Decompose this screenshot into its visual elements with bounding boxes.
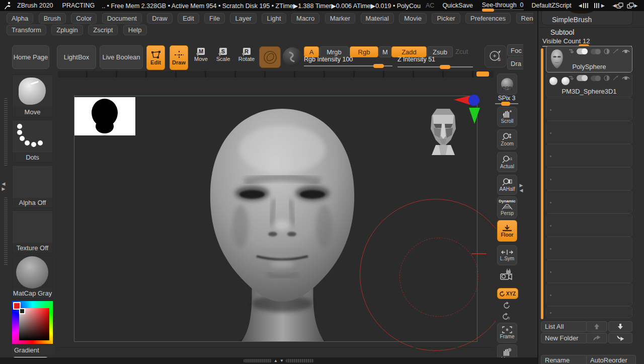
menu-draw[interactable]: Draw — [147, 13, 172, 24]
subtool-empty-slot[interactable] — [546, 213, 632, 237]
rotate-y-button[interactable] — [497, 301, 516, 310]
menu-picker[interactable]: Picker — [432, 13, 460, 24]
lightbox-button[interactable]: LightBox — [57, 45, 96, 69]
spix-thumb[interactable] — [501, 102, 510, 106]
sv-cursor[interactable] — [19, 308, 25, 314]
visibility-eye-icon[interactable] — [622, 76, 630, 81]
new-folder-button[interactable]: New Folder — [541, 333, 588, 343]
menu-layer[interactable]: Layer — [230, 13, 257, 24]
current-alpha-button[interactable]: Alpha Off — [12, 165, 53, 208]
m-button[interactable]: M — [379, 46, 391, 57]
menu-alpha[interactable]: Alpha — [7, 13, 33, 24]
edit-mode-button[interactable]: Edit — [146, 45, 165, 70]
subtool-scrollbar[interactable] — [541, 48, 543, 319]
menu-render[interactable]: Render — [516, 13, 533, 24]
store-camera-button[interactable] — [497, 266, 516, 285]
current-texture-button[interactable]: Texture Off — [12, 210, 53, 253]
rotate-mode-button[interactable]: R Rotate — [237, 48, 256, 62]
rgb-button[interactable]: Rgb — [350, 46, 378, 57]
see-through-slider[interactable]: See-through 0 — [482, 2, 524, 10]
draw-mode-button[interactable]: Draw — [170, 45, 188, 70]
stroke-preview-button[interactable] — [283, 47, 302, 66]
subtool-empty-slot[interactable] — [546, 167, 632, 190]
list-all-button[interactable]: List All — [541, 321, 588, 332]
local-symmetry-button[interactable]: L.Sym — [497, 245, 517, 265]
duplicate-up-button[interactable] — [586, 333, 607, 343]
axis-orientation-gizmo[interactable] — [453, 94, 485, 125]
left-tray-collapse-handle[interactable]: ◀▶ — [0, 177, 7, 195]
contrast-icon[interactable] — [604, 48, 610, 54]
menu-document[interactable]: Document — [102, 13, 142, 24]
visibility-eye-icon[interactable] — [622, 49, 630, 54]
menu-zscript[interactable]: Zscript — [88, 25, 118, 35]
bpr-render-button[interactable]: BPR — [497, 74, 517, 95]
live-boolean-button[interactable]: Live Boolean — [100, 45, 143, 69]
aahalf-button[interactable]: AAHalf — [497, 175, 517, 195]
menu-marker[interactable]: Marker — [325, 13, 355, 24]
subtool-panel-header[interactable]: Subtool — [550, 28, 574, 36]
rgb-intensity-slider[interactable] — [304, 65, 392, 66]
z-intensity-thumb[interactable] — [440, 65, 450, 69]
color-picker[interactable] — [12, 301, 53, 344]
focal-shift-slider[interactable]: Foc — [507, 44, 523, 56]
menu-zplugin[interactable]: Zplugin — [51, 25, 83, 35]
frame-button[interactable]: Frame — [497, 323, 517, 343]
uv-icon[interactable] — [591, 49, 601, 54]
menu-movie[interactable]: Movie — [399, 13, 427, 24]
rgb-intensity-thumb[interactable] — [373, 64, 384, 68]
uv-icon[interactable] — [591, 76, 601, 81]
zscript-button[interactable]: DefaultZScript — [532, 2, 572, 9]
next-ui-icon[interactable]: ▶ — [593, 3, 605, 8]
current-stroke-button[interactable]: Dots — [12, 120, 53, 163]
quicksave-button[interactable]: QuickSave — [442, 2, 472, 9]
menu-edit[interactable]: Edit — [178, 13, 199, 24]
menu-macro[interactable]: Macro — [291, 13, 319, 24]
scale-mode-button[interactable]: S Scale — [215, 48, 231, 62]
menu-preferences[interactable]: Preferences — [465, 13, 511, 24]
contrast-icon[interactable] — [604, 75, 610, 81]
z-intensity-slider[interactable] — [397, 66, 473, 67]
polypaint-icon[interactable] — [577, 48, 588, 54]
zoom-button[interactable]: Zoom — [497, 129, 517, 150]
subtool-empty-slot[interactable] — [546, 306, 632, 318]
drop-arrow-icon[interactable] — [569, 49, 574, 53]
draw-size-slider[interactable]: Dra — [507, 57, 523, 69]
subtool-row-sphere3d[interactable]: PM3D_Sphere3D1 — [546, 72, 632, 97]
actual-size-button[interactable]: x1 Actual — [497, 152, 517, 172]
home-page-button[interactable]: Home Page — [12, 45, 49, 69]
brush-edit-icon[interactable] — [613, 76, 619, 81]
current-brush-button[interactable]: Move — [12, 75, 53, 117]
subtool-empty-slot[interactable] — [546, 237, 632, 260]
polypaint-icon[interactable] — [577, 75, 588, 81]
canvas-zoom-handle[interactable] — [476, 71, 489, 77]
right-tray-collapse-handle[interactable]: ▶◀ — [518, 179, 524, 196]
sculptris-pro-button[interactable]: S — [485, 45, 507, 67]
document-area[interactable] — [74, 96, 477, 342]
subtool-up-button[interactable] — [586, 321, 607, 332]
floor-grid-button[interactable]: Floor — [497, 220, 517, 242]
spix-slider[interactable]: SPix 3 — [495, 95, 518, 104]
next-doc-icon[interactable]: ▶ — [627, 3, 638, 9]
rename-button[interactable]: Rename — [541, 355, 588, 364]
subtool-down-button[interactable] — [608, 321, 632, 332]
menu-color[interactable]: Color — [71, 13, 97, 24]
zcut-button[interactable]: Zcut — [455, 48, 468, 55]
menu-brush[interactable]: Brush — [39, 13, 66, 24]
menu-light[interactable]: Light — [262, 13, 286, 24]
menu-file[interactable]: File — [204, 13, 225, 24]
left-tray-scroll-track[interactable] — [4, 98, 8, 166]
left-tray-scroll-track2[interactable] — [4, 197, 8, 265]
move-mode-button[interactable]: M Move — [193, 48, 209, 62]
scroll-button[interactable]: Scroll — [497, 107, 517, 127]
menu-help[interactable]: Help — [123, 25, 147, 35]
drop-arrow-icon[interactable] — [569, 76, 574, 80]
subtool-row-polysphere[interactable]: PolySphere — [546, 46, 632, 72]
canvas-viewport[interactable] — [55, 70, 496, 357]
subtool-empty-slot[interactable] — [546, 190, 632, 213]
brush-preview-button[interactable] — [259, 46, 281, 68]
subtool-empty-slot[interactable] — [546, 98, 632, 121]
rotate-on-all-axis-button[interactable]: XYZ — [497, 288, 518, 299]
rotate-z-button[interactable]: z — [497, 312, 516, 321]
duplicate-down-button[interactable] — [608, 333, 632, 343]
current-material-button[interactable]: MatCap Gray — [12, 256, 53, 299]
